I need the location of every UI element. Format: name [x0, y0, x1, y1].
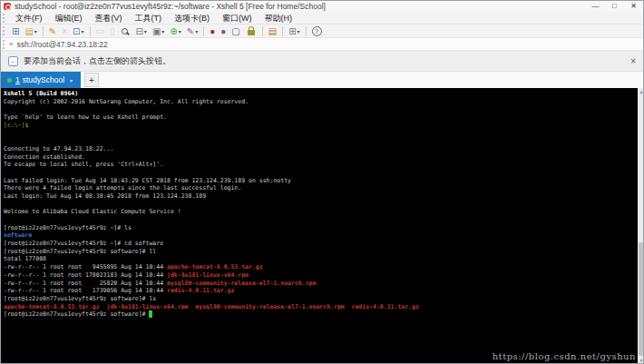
dropdown-caret-icon[interactable]: ▾ [298, 28, 300, 34]
disconnect-icon[interactable]: ● [208, 25, 217, 37]
scroll-up-icon[interactable]: ▲ [638, 88, 644, 96]
terminal-line: Connection established. [4, 153, 636, 162]
terminal-line: -rw-r--r-- 1 root root 178023183 Aug 14 … [4, 271, 636, 280]
terminal-scrollbar[interactable]: ▲ ▼ [638, 88, 644, 364]
terminal-line [4, 216, 636, 224]
menu-tools[interactable]: 工具(T) [129, 12, 169, 25]
web-icon-glyph: ⊕ [170, 25, 177, 37]
tab-title: studySchool [23, 75, 64, 84]
print-icon[interactable]: ⊟▾ [133, 25, 148, 37]
toolbar-separator [43, 26, 44, 36]
notice-close-icon[interactable]: × [625, 56, 641, 66]
dropdown-caret-icon[interactable]: ▾ [195, 28, 198, 34]
terminal-line [4, 129, 636, 137]
notice-bar: ← 要添加当前会话，点击左侧的箭头按钮。 × [1, 51, 643, 72]
tile-windows-icon-glyph: ⊞ [288, 25, 296, 37]
capture-icon[interactable]: ▣▾ [151, 25, 166, 37]
transfer-folder-icon[interactable]: ▤ [267, 25, 278, 37]
copy-icon-glyph: ▭ [96, 25, 104, 37]
toolbar: ⊞▤▾✎×⊡▾▭▯⊟▾▣▾⊕▾✎▾●●▢▤⊞▾? [1, 25, 643, 38]
new-session-icon-glyph: ⊞ [12, 25, 19, 37]
terminal-line: -rw-r--r-- 1 root root 9455895 Aug 14 10… [4, 263, 636, 271]
terminal-line: [root@iz2ze0n77vus1evyft45r9z ~]# cd sof… [4, 240, 636, 248]
edit-session-icon[interactable]: ✎ [47, 25, 58, 37]
add-session-arrow-icon[interactable]: ← [8, 56, 18, 66]
terminal-line: To escape to local shell, press 'Ctrl+Al… [4, 161, 636, 169]
properties-monitor-icon[interactable]: ⊡▾ [71, 25, 85, 37]
notice-text: 要添加当前会话，点击左侧的箭头按钮。 [24, 55, 625, 67]
window-controls: — □ ✕ [586, 1, 643, 12]
menu-window[interactable]: 窗口(W) [216, 12, 259, 25]
terminal-line: software [4, 231, 636, 240]
new-tab-button[interactable]: + [84, 73, 99, 87]
terminal-line [4, 105, 636, 113]
toolbar-items: ⊞▤▾✎×⊡▾▭▯⊟▾▣▾⊕▾✎▾●●▢▤⊞▾? [9, 25, 325, 37]
address-input[interactable]: ssh://root@47.94.23.18:22 [16, 40, 107, 49]
toolbar-separator [90, 26, 91, 36]
dropdown-caret-icon[interactable]: ▾ [179, 28, 181, 34]
terminal-line: [root@iz2ze0n77vus1evyft45r9z software]#… [4, 295, 636, 303]
terminal-line: -rw-r--r-- 1 root root 25820 Aug 14 10:4… [4, 280, 636, 288]
tab-studyschool[interactable]: 1 studySchool ▾ [1, 72, 81, 88]
dropdown-caret-icon[interactable]: ▾ [161, 28, 164, 34]
capture-icon-glyph: ▣ [152, 25, 161, 37]
address-bar[interactable]: » ssh://root@47.94.23.18:22 [1, 38, 643, 51]
fullscreen-icon-glyph: ▢ [231, 25, 239, 37]
reconnect-icon[interactable]: ● [219, 25, 228, 37]
toolbar-separator [203, 26, 204, 36]
scrollbar-thumb[interactable] [639, 242, 644, 356]
terminal-screen[interactable]: Xshell 5 (Build 0964)Copyright (c) 2002-… [1, 88, 644, 364]
paste-icon[interactable]: ▯ [108, 25, 117, 37]
title-bar[interactable]: studySchool - root@iz2ze0n77vus1evyft45r… [1, 1, 643, 12]
address-grip-handle[interactable] [3, 40, 5, 49]
copy-icon[interactable]: ▭ [94, 25, 106, 37]
close-button[interactable]: ✕ [624, 1, 643, 12]
xshell-window: studySchool - root@iz2ze0n77vus1evyft45r… [0, 0, 644, 364]
menu-tabs[interactable]: 选项卡(B) [168, 12, 216, 25]
toolbar-grip-handle[interactable] [3, 26, 5, 35]
terminal-line: [root@iz2ze0n77vus1evyft45r9z software]#… [4, 248, 636, 256]
dropdown-caret-icon[interactable]: ▾ [81, 28, 83, 34]
fullscreen-icon[interactable]: ▢ [229, 25, 241, 37]
menu-help[interactable]: 帮助(H) [259, 12, 299, 25]
menu-view[interactable]: 查看(V) [89, 12, 129, 25]
delete-session-icon[interactable]: × [60, 25, 69, 37]
terminal-line: Welcome to Alibaba Cloud Elastic Compute… [4, 208, 636, 216]
toolbar-separator [282, 26, 283, 36]
menu-file[interactable]: 文件(F) [9, 12, 49, 25]
print-icon-glyph: ⊟ [135, 25, 142, 37]
lock-icon[interactable] [244, 25, 259, 37]
minimize-button[interactable]: — [586, 1, 605, 12]
terminal-line: Last login: Tue Aug 14 08:38:45 2018 fro… [4, 192, 636, 201]
find-icon-glyph [122, 28, 128, 34]
find-icon[interactable] [118, 25, 132, 37]
delete-session-icon-glyph: × [62, 25, 67, 37]
maximize-button[interactable]: □ [605, 1, 624, 12]
toolbar-separator [262, 26, 263, 36]
scroll-down-icon[interactable]: ▼ [638, 357, 644, 364]
window-title: studySchool - root@iz2ze0n77vus1evyft45r… [15, 2, 586, 11]
terminal-line [4, 137, 636, 145]
terminal-line: apache-tomcat-8.0.53.tar.gz jdk-8u181-li… [4, 303, 636, 311]
terminal-line: total 177008 [4, 255, 636, 263]
lock-icon-glyph [248, 30, 255, 35]
dropdown-caret-icon[interactable]: ▾ [144, 28, 147, 34]
terminal-line: Copyright (c) 2002-2016 NetSarang Comput… [4, 98, 636, 106]
paste-icon-glyph: ▯ [110, 25, 115, 37]
new-session-icon[interactable]: ⊞ [10, 25, 21, 37]
session-connected-dot-icon [7, 78, 12, 83]
menu-grip-handle[interactable] [3, 14, 5, 23]
dropdown-caret-icon[interactable]: ▾ [34, 28, 37, 34]
help-icon[interactable]: ? [310, 25, 324, 37]
menu-bar: 文件(F) 编辑(E) 查看(V) 工具(T) 选项卡(B) 窗口(W) 帮助(… [1, 12, 643, 25]
web-icon[interactable]: ⊕▾ [168, 25, 182, 37]
tile-windows-icon[interactable]: ⊞▾ [287, 25, 301, 37]
open-session-icon[interactable]: ▤▾ [23, 25, 38, 37]
compose-icon[interactable]: ✎▾ [185, 25, 200, 37]
properties-monitor-icon-glyph: ⊡ [73, 25, 80, 37]
terminal-line [4, 201, 636, 209]
terminal-line: -rw-r--r-- 1 root root 1739056 Aug 14 10… [4, 287, 636, 295]
tab-dropdown-caret-icon[interactable]: ▾ [70, 77, 73, 84]
help-icon-glyph: ? [312, 26, 322, 36]
menu-edit[interactable]: 编辑(E) [49, 12, 89, 25]
